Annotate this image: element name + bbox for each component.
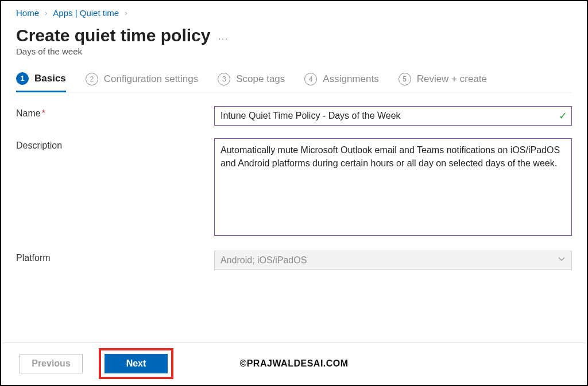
step-label: Configuration settings <box>104 73 198 85</box>
chevron-down-icon <box>558 255 566 266</box>
chevron-right-icon: › <box>125 9 127 17</box>
step-label: Scope tags <box>236 73 285 85</box>
checkmark-icon: ✓ <box>559 110 567 122</box>
step-label: Assignments <box>323 73 378 85</box>
chevron-right-icon: › <box>45 9 47 17</box>
platform-value: Android; iOS/iPadOS <box>220 255 307 266</box>
step-number-icon: 5 <box>399 73 411 85</box>
highlight-annotation: Next <box>99 348 173 379</box>
name-label: Name* <box>16 106 214 119</box>
more-actions-button[interactable]: ··· <box>218 34 229 45</box>
step-label: Review + create <box>417 73 487 85</box>
previous-button: Previous <box>20 354 83 373</box>
step-number-icon: 4 <box>304 73 317 85</box>
step-basics[interactable]: 1 Basics <box>16 72 66 92</box>
step-assignments[interactable]: 4 Assignments <box>304 72 378 92</box>
step-label: Basics <box>34 73 66 84</box>
platform-label: Platform <box>16 251 214 263</box>
name-input[interactable] <box>214 106 572 126</box>
page-subtitle: Days of the week <box>16 46 572 56</box>
step-number-icon: 1 <box>16 72 29 85</box>
breadcrumb-home[interactable]: Home <box>16 8 39 18</box>
required-indicator: * <box>42 108 45 118</box>
description-textarea[interactable]: Automatically mute Microsoft Outlook ema… <box>214 138 572 236</box>
step-configuration-settings[interactable]: 2 Configuration settings <box>86 72 198 92</box>
wizard-footer: Previous Next ©PRAJWALDESAI.COM <box>2 342 586 384</box>
breadcrumb-apps-quiet-time[interactable]: Apps | Quiet time <box>53 8 119 18</box>
step-number-icon: 2 <box>86 73 98 85</box>
page-title: Create quiet time policy <box>16 26 210 45</box>
description-label: Description <box>16 138 214 151</box>
step-scope-tags[interactable]: 3 Scope tags <box>218 72 285 92</box>
wizard-steps: 1 Basics 2 Configuration settings 3 Scop… <box>16 72 572 92</box>
watermark-text: ©PRAJWALDESAI.COM <box>239 358 348 369</box>
breadcrumb: Home › Apps | Quiet time › <box>16 8 572 18</box>
step-review-create[interactable]: 5 Review + create <box>399 72 487 92</box>
next-button[interactable]: Next <box>105 354 168 373</box>
step-number-icon: 3 <box>218 73 230 85</box>
platform-select: Android; iOS/iPadOS <box>214 251 572 270</box>
